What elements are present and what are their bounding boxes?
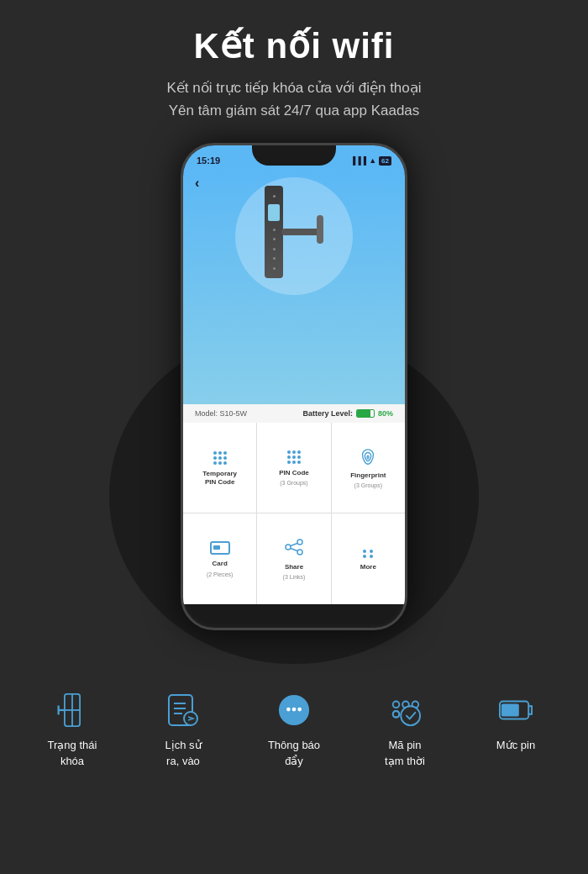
status-time: 15:19 [197, 155, 220, 166]
battery-icon: 62 [379, 156, 391, 166]
share-sub: (3 Links) [283, 574, 306, 581]
svg-point-21 [184, 712, 197, 725]
card-label: Card [213, 560, 228, 568]
app-item-share[interactable]: Share (3 Links) [257, 513, 330, 604]
app-item-fingerprint[interactable]: Fingerprint (3 Groups) [332, 423, 405, 513]
app-item-more[interactable]: More [332, 513, 405, 604]
share-label: Share [285, 563, 303, 571]
battery-level-label: Battery Level: [302, 409, 353, 418]
back-arrow-icon[interactable]: ‹ [195, 176, 199, 191]
pin-code-sub: (3 Groups) [280, 480, 307, 487]
lock-illustration [265, 186, 323, 278]
fingerprint-sub: (3 Groups) [354, 482, 382, 489]
app-item-pin-code[interactable]: PIN Code (3 Groups) [257, 423, 330, 513]
svg-point-30 [393, 711, 400, 718]
notification-icon [277, 693, 311, 731]
fingerprint-label: Fingerprint [350, 471, 386, 480]
app-item-card[interactable]: Card (2 Pieces) [183, 513, 256, 604]
app-grid: TemporaryPIN Code PIN Code (3 Groups) [183, 423, 405, 604]
phone-frame: 15:19 ▐▐▐ ▲ 62 ‹ [181, 143, 407, 630]
subtitle: Kết nối trực tiếp khóa cửa với điện thoạ… [166, 76, 421, 122]
feature-history-label: Lịch sửra, vào [165, 738, 201, 768]
feature-notification: Thông báođẩy [248, 693, 340, 768]
header-section: Kết nối wifi Kết nối trực tiếp khóa cửa … [133, 0, 454, 134]
screen-content: 15:19 ▐▐▐ ▲ 62 ‹ [183, 145, 405, 604]
lock-handle [281, 229, 323, 235]
svg-point-6 [122, 437, 189, 538]
battery-bar [356, 409, 375, 418]
svg-point-24 [292, 708, 297, 712]
feature-battery: Mức pin [470, 693, 562, 753]
card-icon [210, 541, 230, 555]
phone-mockup: 15:19 ▐▐▐ ▲ 62 ‹ [151, 143, 437, 664]
page-title: Kết nối wifi [166, 25, 421, 66]
feature-notification-label: Thông báođẩy [268, 738, 320, 768]
svg-point-23 [286, 708, 291, 712]
lock-screen-mini [268, 204, 280, 221]
card-sub: (2 Pieces) [207, 571, 234, 578]
lock-body [265, 186, 323, 278]
svg-rect-33 [501, 704, 519, 717]
pin-grid-icon [213, 451, 227, 465]
temp-pin-feature-icon [388, 693, 422, 731]
more-label: More [360, 563, 376, 571]
features-section: Trạng tháikhóa Lịch sửra, vào Thôn [0, 672, 588, 781]
battery-fill [357, 410, 370, 417]
pin-code-grid-icon [287, 450, 301, 464]
feature-history: Lịch sửra, vào [137, 693, 229, 768]
model-label: Model: S10-5W [195, 409, 247, 418]
share-icon [285, 539, 303, 558]
svg-point-7 [297, 540, 302, 545]
battery-info: Battery Level: 80% [302, 409, 393, 418]
more-icon [363, 550, 373, 558]
lock-status-icon [55, 693, 89, 731]
history-icon [166, 693, 200, 731]
wifi-icon: ▲ [369, 156, 376, 165]
fingerprint-icon [359, 448, 377, 466]
feature-temp-pin: Mã pintạm thời [359, 693, 451, 768]
battery-percent: 80% [378, 409, 393, 418]
feature-lock-status: Trạng tháikhóa [26, 693, 118, 768]
status-icons: ▐▐▐ ▲ 62 [350, 156, 391, 166]
svg-line-11 [291, 548, 297, 550]
phone-notch [252, 145, 336, 166]
lock-panel [265, 186, 283, 278]
feature-temp-pin-label: Mã pintạm thời [385, 738, 425, 768]
model-bar: Model: S10-5W Battery Level: 80% [183, 404, 405, 423]
app-item-temp-pin[interactable]: TemporaryPIN Code [183, 423, 256, 513]
feature-lock-label: Trạng tháikhóa [48, 738, 97, 768]
temp-pin-label: TemporaryPIN Code [202, 470, 237, 486]
svg-point-26 [393, 702, 400, 708]
battery-feature-icon [499, 693, 533, 731]
pin-code-label: PIN Code [279, 469, 309, 477]
signal-icon: ▐▐▐ [350, 156, 366, 165]
svg-line-10 [291, 543, 297, 545]
svg-point-25 [297, 708, 302, 712]
svg-point-31 [401, 707, 420, 726]
svg-point-8 [286, 545, 291, 550]
svg-point-9 [297, 550, 302, 555]
screen-top-section: ‹ [183, 169, 405, 404]
feature-battery-label: Mức pin [496, 738, 535, 753]
